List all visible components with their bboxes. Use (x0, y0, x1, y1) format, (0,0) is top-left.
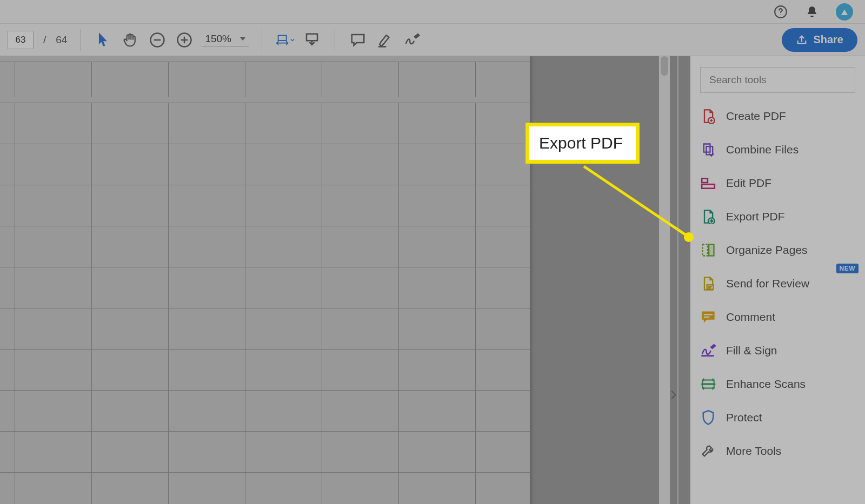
fit-width-icon[interactable] (275, 30, 295, 50)
share-label: Share (813, 33, 843, 46)
tool-item-enhance-scans[interactable]: Enhance Scans (700, 376, 855, 392)
fill-sign-icon (700, 342, 716, 359)
organize-icon (700, 242, 716, 258)
callout-dot (684, 232, 694, 242)
tool-item-comment[interactable]: Comment (700, 309, 855, 325)
review-icon (700, 275, 716, 292)
tool-item-more-tools[interactable]: More Tools (700, 443, 855, 459)
toolbar-divider (80, 29, 81, 51)
tool-item-combine-files[interactable]: Combine Files (700, 142, 855, 158)
highlight-icon[interactable] (375, 30, 395, 50)
create-pdf-icon (700, 108, 716, 124)
zoom-out-icon[interactable] (148, 30, 167, 50)
protect-icon (700, 409, 716, 426)
tool-label: Export PDF (726, 210, 785, 223)
svg-rect-7 (278, 35, 287, 40)
tool-item-protect[interactable]: Protect (700, 409, 855, 426)
svg-rect-14 (709, 245, 714, 256)
comment-icon (700, 309, 716, 325)
zoom-value: 150% (205, 33, 231, 45)
tool-label: More Tools (726, 445, 781, 458)
help-icon[interactable] (773, 4, 788, 19)
signature-icon[interactable] (402, 30, 422, 50)
share-button[interactable]: Share (782, 28, 857, 52)
svg-point-1 (780, 14, 781, 15)
svg-rect-10 (702, 178, 708, 183)
page-separator: / (43, 34, 46, 46)
search-tools-input[interactable] (700, 67, 855, 93)
tool-label: Protect (726, 411, 762, 424)
tool-item-edit-pdf[interactable]: Edit PDF (700, 175, 855, 191)
tool-label: Fill & Sign (726, 344, 777, 357)
combine-icon (700, 142, 716, 158)
tool-item-organize-pages[interactable]: Organize Pages (700, 242, 855, 258)
tool-label: Enhance Scans (726, 378, 806, 391)
tool-label: Combine Files (726, 143, 799, 156)
page-number-input[interactable] (8, 31, 34, 49)
svg-rect-16 (704, 314, 713, 315)
svg-rect-13 (703, 245, 708, 256)
zoom-dropdown[interactable]: 150% (202, 33, 249, 46)
toolbar-divider (335, 29, 335, 51)
panel-divider (677, 56, 678, 504)
export-pdf-icon (700, 209, 716, 225)
page-scroll-icon[interactable] (302, 30, 322, 50)
more-tools-icon (700, 443, 716, 459)
enhance-icon (700, 376, 716, 392)
vertical-scrollbar[interactable] (659, 56, 670, 504)
toolbar-divider (262, 29, 262, 51)
tool-label: Create PDF (726, 110, 786, 123)
bell-icon[interactable] (804, 4, 820, 19)
new-badge: NEW (836, 264, 859, 273)
page-total: 64 (56, 34, 67, 46)
svg-rect-8 (307, 33, 317, 41)
chevron-down-icon (240, 37, 245, 41)
tool-item-fill-sign[interactable]: Fill & Sign (700, 342, 855, 359)
collapse-panel-icon[interactable] (670, 390, 677, 400)
main-toolbar: / 64 150% Share (0, 24, 865, 56)
tools-panel: Create PDFCombine FilesEdit PDFExport PD… (690, 56, 865, 504)
edit-pdf-icon (700, 175, 716, 191)
zoom-in-icon[interactable] (175, 30, 194, 50)
tool-item-send-for-review[interactable]: Send for ReviewNEW (700, 275, 855, 292)
callout-export-pdf: Export PDF (525, 123, 640, 164)
window-titlebar (0, 0, 865, 24)
tool-label: Edit PDF (726, 177, 771, 190)
tool-label: Comment (726, 311, 775, 324)
add-comment-icon[interactable] (348, 30, 368, 50)
selection-tool-icon[interactable] (94, 30, 113, 50)
document-page (0, 56, 530, 504)
tool-label: Organize Pages (726, 244, 808, 257)
svg-rect-17 (704, 317, 710, 318)
scrollbar-thumb[interactable] (661, 56, 668, 76)
tool-item-create-pdf[interactable]: Create PDF (700, 108, 855, 124)
tool-item-export-pdf[interactable]: Export PDF (700, 209, 855, 225)
callout-label: Export PDF (539, 134, 623, 152)
account-avatar[interactable] (836, 3, 853, 21)
tool-label: Send for Review (726, 277, 809, 290)
svg-rect-11 (702, 184, 715, 189)
hand-tool-icon[interactable] (121, 30, 140, 50)
